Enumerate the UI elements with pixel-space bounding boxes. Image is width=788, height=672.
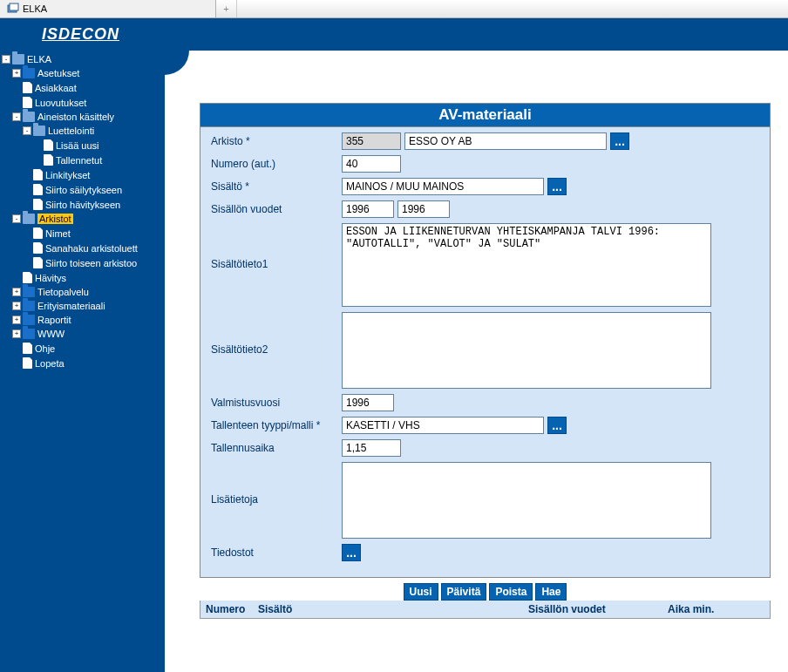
label-tiedostot: Tiedostot <box>211 544 342 559</box>
page-icon <box>23 82 32 93</box>
sisalto-input[interactable] <box>342 178 544 195</box>
new-tab-button[interactable]: + <box>216 0 237 17</box>
tree-item[interactable]: +WWW <box>0 327 165 341</box>
numero-input[interactable] <box>342 155 401 173</box>
tree-item-label: Asiakkaat <box>35 83 77 93</box>
vuosi-from-input[interactable] <box>342 200 394 218</box>
tree-toggle-icon[interactable]: - <box>2 55 10 64</box>
folder-open-icon <box>23 214 35 224</box>
tree-toggle-icon[interactable]: + <box>12 288 21 296</box>
sisalto-lookup-button[interactable]: ... <box>547 178 567 195</box>
tree-item-label: Erityismateriaali <box>37 301 105 311</box>
label-numero: Numero (aut.) <box>211 155 342 170</box>
tab-title: ELKA <box>23 3 47 14</box>
window-tab-bar: ELKA + <box>0 0 788 18</box>
tiedostot-lookup-button[interactable]: ... <box>342 544 361 561</box>
uusi-button[interactable]: Uusi <box>404 583 438 601</box>
tree-item[interactable]: +Asetukset <box>0 66 165 80</box>
label-tallenteen-tyyppi: Tallenteen tyyppi/malli * <box>211 417 342 431</box>
tree-item[interactable]: Nimet <box>0 226 165 241</box>
form-title: AV-materiaali <box>200 103 771 127</box>
hae-button[interactable]: Hae <box>535 583 567 601</box>
arkisto-code-input[interactable] <box>342 132 401 150</box>
tallenteen-tyyppi-input[interactable] <box>342 417 544 434</box>
browser-tab[interactable]: ELKA <box>0 0 216 17</box>
tree-item[interactable]: Ohje <box>0 341 165 356</box>
tree-item-label: Asetukset <box>37 68 79 78</box>
tree-item[interactable]: Siirto hävitykseen <box>0 197 165 212</box>
page-icon <box>33 227 43 239</box>
arkisto-lookup-button[interactable]: ... <box>610 132 629 150</box>
tree-item[interactable]: Siirto toiseen arkistoo <box>0 255 165 270</box>
page-icon <box>33 169 43 180</box>
tree-item[interactable]: Hävitys <box>0 270 165 285</box>
tree-item[interactable]: Sanahaku arkistoluett <box>0 241 165 255</box>
tree-toggle-icon[interactable]: + <box>12 302 21 310</box>
tree-toggle-icon[interactable]: - <box>23 126 31 135</box>
tallennusaika-input[interactable] <box>342 439 401 457</box>
folder-closed-icon <box>23 287 35 297</box>
tree-item[interactable]: Lopeta <box>0 356 165 370</box>
tree-toggle-icon[interactable]: - <box>12 214 21 223</box>
paivita-button[interactable]: Päivitä <box>441 583 487 601</box>
sisaltotieto2-textarea[interactable] <box>342 312 711 389</box>
tree-item[interactable]: Tallennetut <box>0 153 165 167</box>
label-valmistusvuosi: Valmistusvuosi <box>211 394 342 409</box>
page-icon <box>23 357 32 369</box>
folder-open-icon <box>23 112 35 122</box>
poista-button[interactable]: Poista <box>489 583 533 601</box>
folder-closed-icon <box>23 315 35 325</box>
tree-item[interactable]: Luovutukset <box>0 95 165 110</box>
page-icon <box>23 343 32 354</box>
tree-toggle-icon[interactable]: + <box>12 316 21 324</box>
brand-bar: ISDECON <box>0 18 788 51</box>
arkisto-name-input[interactable] <box>404 132 607 150</box>
tree-item-label: Raportit <box>37 315 71 325</box>
tree-item[interactable]: Linkitykset <box>0 167 165 182</box>
vuosi-to-input[interactable] <box>397 200 450 218</box>
folder-closed-icon <box>23 68 35 78</box>
tree-item-label: Siirto säilytykseen <box>45 185 122 195</box>
brand-logo: ISDECON <box>42 25 119 44</box>
tree-item[interactable]: -Arkistot <box>0 212 165 226</box>
col-numero: Numero <box>200 601 253 618</box>
tree-item-label: Ohje <box>35 343 55 354</box>
page-icon <box>33 257 43 268</box>
page-icon <box>33 184 43 195</box>
tree-item[interactable]: -Luettelointi <box>0 124 165 138</box>
tree-item[interactable]: Siirto säilytykseen <box>0 182 165 197</box>
tree-item-label: WWW <box>37 329 65 339</box>
app-icon <box>7 3 19 15</box>
label-sisallon-vuodet: Sisällön vuodet <box>211 200 342 215</box>
valmistusvuosi-input[interactable] <box>342 394 394 411</box>
tree-item-label: ELKA <box>27 54 51 64</box>
folder-open-icon <box>33 126 45 136</box>
label-tallennusaika: Tallennusaika <box>211 439 342 454</box>
tree-item-label: Luettelointi <box>48 126 94 136</box>
label-lisatietoja: Lisätietoja <box>211 462 342 506</box>
tree-item[interactable]: Lisää uusi <box>0 138 165 153</box>
tree-toggle-icon[interactable]: - <box>12 112 21 121</box>
page-icon <box>23 97 32 108</box>
tree-item[interactable]: +Erityismateriaali <box>0 299 165 313</box>
tree-item-label: Luovutukset <box>35 98 86 108</box>
folder-open-icon <box>12 54 24 64</box>
sisaltotieto1-textarea[interactable]: ESSON JA LIIKENNETURVAN YHTEISKAMPANJA T… <box>342 223 711 307</box>
tree-item[interactable]: +Raportit <box>0 313 165 327</box>
lisatietoja-textarea[interactable] <box>342 462 711 539</box>
label-arkisto: Arkisto * <box>211 132 342 147</box>
tree-item[interactable]: Asiakkaat <box>0 80 165 95</box>
tree-toggle-icon[interactable]: + <box>12 329 21 338</box>
page-icon <box>23 272 32 283</box>
tree-item-label: Hävitys <box>35 273 66 283</box>
tree-item-label: Nimet <box>45 228 71 239</box>
col-sisalto: Sisältö <box>253 601 523 618</box>
tree-item[interactable]: -Aineiston käsittely <box>0 110 165 124</box>
tallenteen-tyyppi-lookup-button[interactable]: ... <box>547 417 567 434</box>
folder-closed-icon <box>23 329 35 339</box>
tree-item[interactable]: +Tietopalvelu <box>0 285 165 299</box>
tree-toggle-icon[interactable]: + <box>12 69 21 78</box>
tree-item[interactable]: -ELKA <box>0 52 165 66</box>
label-sisaltotieto2: Sisältötieto2 <box>211 312 342 356</box>
tree-item-label: Linkitykset <box>45 170 90 180</box>
